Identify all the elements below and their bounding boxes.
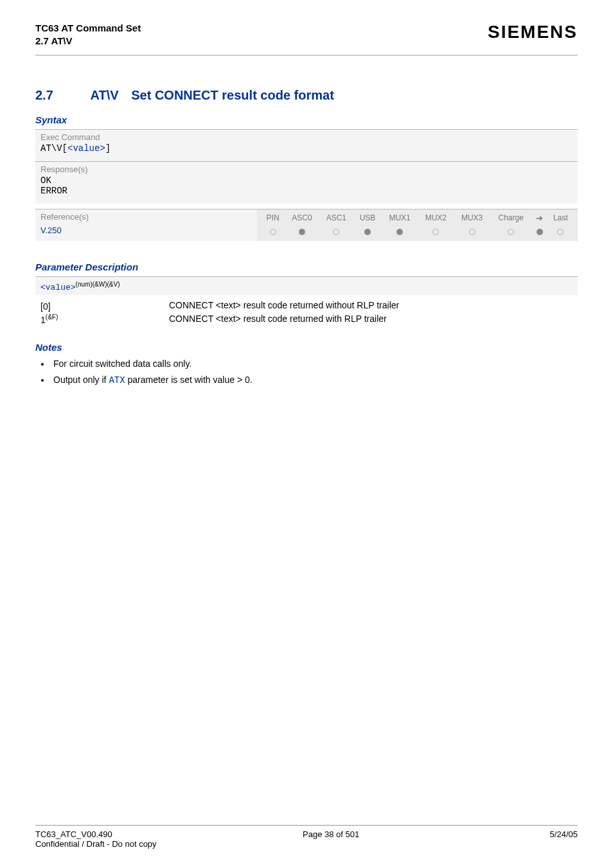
exec-cmd-param[interactable]: <value> bbox=[67, 143, 105, 154]
pin-h-0: PIN bbox=[261, 212, 285, 224]
response-label: Response(s) bbox=[40, 164, 573, 174]
dot-open-icon bbox=[270, 229, 276, 235]
dot-filled-icon bbox=[364, 229, 371, 235]
section-heading: 2.7 AT\V Set CONNECT result code format bbox=[35, 88, 578, 103]
pin-h-7: Charge bbox=[490, 212, 532, 224]
syntax-heading: Syntax bbox=[35, 114, 578, 125]
pin-h-2: ASC1 bbox=[319, 212, 353, 224]
dot-open-icon bbox=[333, 229, 339, 235]
section-title-text: Set CONNECT result code format bbox=[131, 88, 334, 102]
param-desc-0: CONNECT <text> result code returned with… bbox=[169, 300, 399, 312]
param-name[interactable]: <value> bbox=[40, 283, 76, 292]
notes-heading: Notes bbox=[35, 342, 578, 353]
exec-command-label: Exec Command bbox=[40, 132, 573, 142]
pin-h-8: ➔ bbox=[532, 212, 547, 224]
section-command: AT\V bbox=[91, 88, 119, 103]
arrow-icon: ➔ bbox=[536, 213, 543, 223]
exec-cmd-suffix: ] bbox=[105, 143, 111, 154]
dot-open-icon bbox=[432, 229, 439, 235]
pin-h-9: Last bbox=[547, 212, 574, 224]
note-1-post: parameter is set with value > 0. bbox=[125, 375, 253, 385]
notes-list: For circuit switched data calls only. Ou… bbox=[35, 357, 578, 387]
dot-filled-icon bbox=[299, 229, 305, 235]
dot-filled-icon bbox=[537, 229, 543, 235]
footer-doc: TC63_ATC_V00.490 bbox=[35, 829, 112, 839]
pin-cell-5 bbox=[418, 224, 454, 237]
reference-label: Reference(s) bbox=[40, 212, 252, 222]
pin-cell-1 bbox=[285, 224, 319, 237]
pin-cell-8 bbox=[532, 224, 547, 237]
param-row-1: 1(&F) CONNECT <text> result code returne… bbox=[40, 314, 573, 325]
pin-cell-7 bbox=[490, 224, 532, 237]
dot-filled-icon bbox=[396, 229, 403, 235]
doc-title: TC63 AT Command Set bbox=[35, 22, 141, 35]
param-row-0: [0] CONNECT <text> result code returned … bbox=[40, 300, 573, 312]
param-rows: [0] CONNECT <text> result code returned … bbox=[35, 295, 578, 330]
pin-cell-3 bbox=[353, 224, 382, 237]
param-desc-heading: Parameter Description bbox=[35, 261, 578, 272]
page-footer: TC63_ATC_V00.490 Page 38 of 501 5/24/05 … bbox=[35, 825, 578, 849]
footer-confidential: Confidential / Draft - Do not copy bbox=[35, 839, 578, 849]
param-name-box: <value>(num)(&W)(&V) bbox=[35, 276, 578, 295]
param-desc-1: CONNECT <text> result code returned with… bbox=[169, 314, 387, 325]
exec-command-box: Exec Command AT\V[<value>] bbox=[35, 129, 578, 161]
dot-open-icon bbox=[508, 229, 514, 235]
header-divider bbox=[35, 55, 578, 56]
footer-page: Page 38 of 501 bbox=[303, 829, 359, 839]
param-val-1-sup: (&F) bbox=[46, 314, 58, 321]
pin-h-4: MUX1 bbox=[382, 212, 418, 224]
pin-header-row: PIN ASC0 ASC1 USB MUX1 MUX2 MUX3 Charge … bbox=[261, 212, 574, 224]
response-box: Response(s) OK ERROR bbox=[35, 161, 578, 204]
pin-cell-4 bbox=[382, 224, 418, 237]
pin-h-1: ASC0 bbox=[285, 212, 319, 224]
footer-divider bbox=[35, 825, 578, 826]
response-ok: OK bbox=[40, 174, 573, 186]
exec-command-text: AT\V[<value>] bbox=[40, 142, 573, 156]
pin-h-6: MUX3 bbox=[454, 212, 490, 224]
reference-row: Reference(s) V.250 PIN ASC0 ASC1 USB MUX… bbox=[35, 209, 578, 241]
pin-cell-0 bbox=[261, 224, 285, 237]
response-error: ERROR bbox=[40, 186, 573, 199]
pin-value-row bbox=[261, 224, 574, 237]
pin-cell-2 bbox=[319, 224, 353, 237]
param-val-0: [0] bbox=[40, 301, 51, 311]
dot-open-icon bbox=[557, 229, 564, 235]
pin-cell-9 bbox=[547, 224, 574, 237]
note-0: For circuit switched data calls only. bbox=[51, 357, 578, 371]
doc-subtitle: 2.7 AT\V bbox=[35, 35, 141, 48]
brand-logo: SIEMENS bbox=[488, 22, 578, 42]
section-number: 2.7 bbox=[35, 88, 87, 103]
atx-link[interactable]: ATX bbox=[109, 375, 125, 385]
pin-table: PIN ASC0 ASC1 USB MUX1 MUX2 MUX3 Charge … bbox=[261, 212, 574, 237]
param-sup: (num)(&W)(&V) bbox=[76, 281, 120, 288]
note-1-pre: Output only if bbox=[53, 375, 109, 385]
footer-date: 5/24/05 bbox=[550, 829, 578, 839]
pin-h-5: MUX2 bbox=[418, 212, 454, 224]
exec-cmd-prefix: AT\V[ bbox=[40, 143, 67, 154]
param-val-1: 1 bbox=[40, 315, 46, 325]
dot-open-icon bbox=[469, 229, 475, 235]
pin-cell-6 bbox=[454, 224, 490, 237]
note-0-pre: For circuit switched data calls only. bbox=[53, 359, 191, 369]
pin-h-3: USB bbox=[353, 212, 382, 224]
reference-link[interactable]: V.250 bbox=[40, 226, 252, 235]
page-header: TC63 AT Command Set 2.7 AT\V SIEMENS bbox=[35, 22, 578, 48]
note-1: Output only if ATX parameter is set with… bbox=[51, 373, 578, 387]
